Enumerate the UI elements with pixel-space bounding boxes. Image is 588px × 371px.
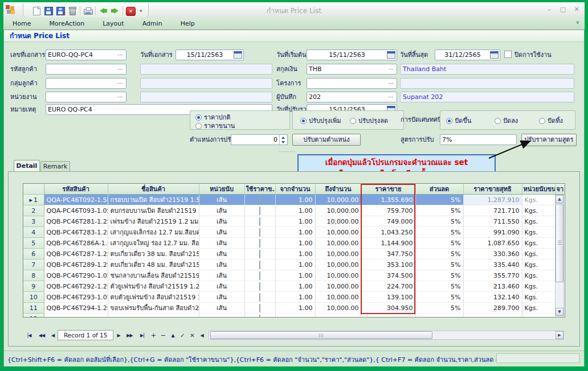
- cell-discount[interactable]: 5%: [415, 292, 463, 303]
- nav-prev-button[interactable]: ◀: [48, 331, 58, 340]
- customer-group-field[interactable]: ⋯: [46, 78, 126, 89]
- use-parallel-checkbox[interactable]: [259, 196, 260, 204]
- cell-product-code[interactable]: QQA-PC46T092-1.5H: [44, 195, 108, 205]
- use-parallel-checkbox[interactable]: [259, 261, 260, 269]
- grid-row[interactable]: ▸7 QQB-PC46T289-1.2S ตบเกี่ยวเดี่ยว 48 ม…: [23, 259, 565, 270]
- col-header-product-name[interactable]: ชื่อสินค้า: [108, 184, 199, 195]
- grid-row[interactable]: ▸3 QQB-PC46T281-1.2S เฟรมข้าง สีอบดำ2151…: [23, 216, 565, 227]
- nav-append-button[interactable]: +: [148, 331, 158, 340]
- project-field[interactable]: ⋯: [307, 78, 397, 89]
- cell-product-code[interactable]: QQB-PC46T289-1.2S: [44, 259, 108, 270]
- cell-to-qty[interactable]: 10,000.00: [315, 205, 361, 216]
- cell-unit[interactable]: เส้น: [199, 195, 244, 205]
- cell-net-price[interactable]: 1,087.650: [463, 238, 522, 249]
- cell-product-code[interactable]: QQB-PC46T290-1.0H: [44, 270, 108, 281]
- recorder-field[interactable]: ⋯: [307, 92, 397, 102]
- cell-use-parallel[interactable]: [244, 303, 275, 314]
- cell-parallel-unit[interactable]: Kgs.: [522, 249, 555, 259]
- cell-from-qty[interactable]: 1.00: [275, 303, 315, 314]
- grid-row[interactable]: ▸11 QQB-PC46T294-1.2S ขอบเฟรมรับพื้น-กัน…: [23, 303, 565, 314]
- cell-discount[interactable]: 5%: [415, 238, 463, 249]
- use-parallel-checkbox[interactable]: [259, 293, 260, 302]
- use-parallel-checkbox[interactable]: [259, 304, 260, 312]
- cell-from-qty[interactable]: 1.00: [275, 292, 315, 303]
- maximize-button[interactable]: ▢: [558, 6, 567, 13]
- cell-net-price[interactable]: 330.360: [463, 249, 522, 259]
- splitter-handle[interactable]: ········: [278, 149, 296, 155]
- menu-collapse-icon[interactable]: «: [574, 20, 580, 24]
- grid-vertical-scrollbar[interactable]: ▲ ▼: [555, 195, 564, 316]
- cell-parallel-unit[interactable]: Kgs.: [522, 292, 555, 303]
- cell-use-parallel[interactable]: [244, 205, 275, 216]
- cell-net-price[interactable]: 991.090: [463, 227, 522, 238]
- adjust-by-position-button[interactable]: ปรับตามตำแหน่ง: [292, 134, 361, 146]
- row-indicator-cell[interactable]: ▸12: [23, 314, 44, 318]
- nav-last-button[interactable]: ▶|: [136, 331, 148, 340]
- cell-net-price[interactable]: 335.440: [463, 259, 522, 270]
- col-header-parallel-unit[interactable]: หน่วยนับขนาน: [522, 184, 555, 195]
- horizontal-scroll-thumb[interactable]: [210, 331, 432, 339]
- cell-sell-price[interactable]: 224.700: [361, 281, 415, 292]
- use-parallel-checkbox[interactable]: [259, 228, 260, 237]
- end-date-field[interactable]: [435, 50, 500, 60]
- cell-parallel-unit[interactable]: Kgs.: [522, 227, 555, 238]
- row-indicator-cell[interactable]: ▸7: [23, 259, 44, 270]
- cell-net-price[interactable]: 1,287.910: [463, 195, 522, 205]
- cell-product-name[interactable]: [108, 314, 199, 318]
- cell-unit[interactable]: เส้น: [199, 281, 244, 292]
- cell-sell-price[interactable]: 749.000: [361, 216, 415, 227]
- cell-product-code[interactable]: QQB-PC46T287-1.2S: [44, 249, 108, 259]
- grid-row[interactable]: ▸10 QQB-PC46T293-1.0S ตบตัวยูเฟรมข้าง สี…: [23, 292, 565, 303]
- nav-endedit-button[interactable]: ✓: [177, 331, 187, 340]
- cell-discount[interactable]: [415, 314, 463, 318]
- cell-parallel-unit[interactable]: Kgs.: [522, 303, 555, 314]
- cell-unit[interactable]: เส้น: [199, 216, 244, 227]
- cell-use-parallel[interactable]: [244, 195, 275, 205]
- cell-use-parallel[interactable]: [244, 281, 275, 292]
- cell-unit[interactable]: เส้น: [199, 259, 244, 270]
- cell-discount[interactable]: 5%: [415, 227, 463, 238]
- grid-row[interactable]: ▸2 QQA-PC46T093-1.0S ตบกรอบบานเปิด สีอบด…: [23, 205, 565, 216]
- scroll-up-icon[interactable]: ▲: [556, 195, 564, 203]
- cell-use-parallel[interactable]: [244, 238, 275, 249]
- spin-down-icon[interactable]: [280, 140, 287, 145]
- cell-sell-price[interactable]: 353.100: [361, 259, 415, 270]
- nav-next-page-button[interactable]: ▶▶: [123, 331, 136, 340]
- cell-parallel-unit[interactable]: Kgs.: [522, 238, 555, 249]
- radio-increase[interactable]: ปรับปรุงเพิ่ม: [300, 116, 341, 126]
- cell-from-qty[interactable]: 1.00: [275, 238, 315, 249]
- cell-to-qty[interactable]: 10,000.00: [315, 270, 361, 281]
- cell-unit[interactable]: เส้น: [199, 205, 244, 216]
- cell-to-qty[interactable]: 10,000.00: [315, 281, 361, 292]
- department-field[interactable]: ⋯: [46, 92, 126, 102]
- cell-product-name[interactable]: ตัวยูเฟรมข้าง สีอบดำ21519 1.2 มม...: [108, 281, 199, 292]
- cell-to-qty[interactable]: 10,000.00: [315, 292, 361, 303]
- use-parallel-checkbox[interactable]: [259, 217, 260, 226]
- cell-parallel-unit[interactable]: Kgs.: [522, 259, 555, 270]
- cell-unit[interactable]: เส้น: [199, 227, 244, 238]
- cell-product-code[interactable]: QQB-PC46T293-1.0S: [44, 292, 108, 303]
- col-header-to-qty[interactable]: ถึงจำนวน: [315, 184, 361, 195]
- cell-use-parallel[interactable]: [244, 227, 275, 238]
- currency-field[interactable]: ⋯: [307, 64, 397, 75]
- col-header-discount[interactable]: ส่วนลด: [415, 184, 463, 195]
- cell-sell-price[interactable]: 139.100: [361, 292, 415, 303]
- nav-edit-button[interactable]: ▲: [168, 331, 177, 340]
- cell-discount[interactable]: 5%: [415, 205, 463, 216]
- col-header-truncated[interactable]: จา: [555, 184, 565, 195]
- cell-unit[interactable]: เส้น: [199, 292, 244, 303]
- radio-round-up[interactable]: ปัดขึ้น: [446, 116, 471, 126]
- cell-product-code[interactable]: QQB-PC46T283-1.2H: [44, 227, 108, 238]
- cell-sell-price[interactable]: 1,355.690: [361, 195, 415, 205]
- cell-to-qty[interactable]: 10,000.00: [315, 227, 361, 238]
- menu-layout[interactable]: Layout: [93, 18, 133, 29]
- cell-product-name[interactable]: เสากุญแจเล็กร่อง 12.7 มม.สีอบดำ...: [108, 227, 199, 238]
- grid-row[interactable]: ▸12: [23, 314, 565, 318]
- cell-from-qty[interactable]: [275, 314, 315, 318]
- cell-from-qty[interactable]: 1.00: [275, 205, 315, 216]
- cell-parallel-unit[interactable]: Kgs.: [522, 270, 555, 281]
- cell-net-price[interactable]: 355.770: [463, 270, 522, 281]
- menu-moreaction[interactable]: MoreAction: [40, 18, 93, 29]
- cell-net-price[interactable]: 711.550: [463, 216, 522, 227]
- use-parallel-checkbox[interactable]: [259, 315, 260, 318]
